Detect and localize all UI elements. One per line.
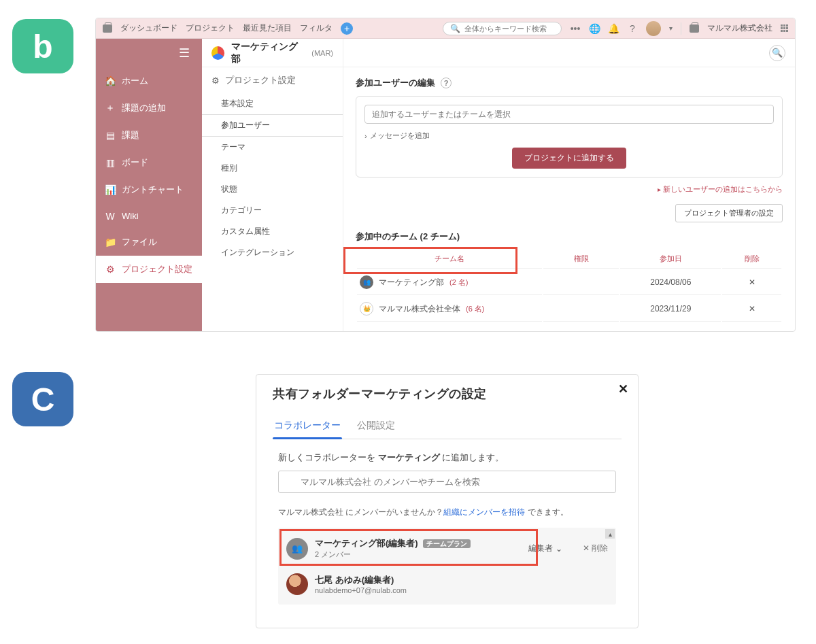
member-row: 👥 マーケティング部(編集者) チームプラン 2 メンバー 編集者⌄ ✕ 削除: [281, 530, 613, 566]
th-date: 参加日: [620, 250, 721, 269]
settings-item-category[interactable]: カテゴリー: [202, 200, 343, 221]
section-title: 参加ユーザーの編集 ?: [356, 77, 783, 89]
left-nav: ☰ 🏠ホーム ＋課題の追加 ▤課題 ▥ボード 📊ガントチャート WWiki 📁フ…: [96, 39, 202, 332]
user-avatar[interactable]: [646, 21, 661, 36]
member-sub: 2 メンバー: [315, 549, 522, 560]
team-cell[interactable]: 👑マルマル株式会社全体 (6 名): [360, 302, 539, 316]
table-row: 👥マーケティング部 (2 名) 2024/08/06 ✕: [357, 270, 781, 295]
tab-publish[interactable]: 公開設定: [356, 416, 396, 439]
topnav-filter[interactable]: フィルタ: [300, 22, 333, 34]
role-select[interactable]: 編集者⌄: [528, 543, 562, 554]
settings-item-status[interactable]: 状態: [202, 179, 343, 200]
org-name[interactable]: マルマル株式会社: [707, 22, 772, 34]
app-grid-icon[interactable]: [781, 24, 788, 32]
divider: [681, 22, 681, 35]
member-sub: nulabdemo+07@nulab.com: [315, 586, 608, 594]
delete-team-button[interactable]: ✕: [722, 296, 781, 322]
gear-icon: ⚙: [105, 265, 115, 274]
topnav-recent[interactable]: 最近見た項目: [243, 22, 292, 34]
bell-icon[interactable]: 🔔: [608, 23, 619, 34]
nav-board[interactable]: ▥ボード: [96, 149, 202, 176]
briefcase-icon[interactable]: [103, 24, 112, 33]
delete-team-button[interactable]: ✕: [722, 270, 781, 295]
help-icon[interactable]: ?: [627, 23, 638, 34]
nav-add-issue[interactable]: ＋課題の追加: [96, 95, 202, 122]
global-search[interactable]: 🔍: [443, 22, 562, 35]
member-row: 七尾 あゆみ(編集者) nulabdemo+07@nulab.com: [281, 566, 613, 602]
project-admin-button[interactable]: プロジェクト管理者の設定: [675, 204, 783, 222]
remove-member-button[interactable]: ✕ 削除: [583, 543, 608, 554]
global-search-input[interactable]: [464, 24, 558, 33]
list-icon: ▤: [105, 131, 115, 140]
wiki-icon: W: [105, 211, 115, 221]
team-avatar-icon: 👑: [360, 302, 373, 316]
avatar-caret-icon[interactable]: ▾: [669, 24, 673, 32]
settings-item-users[interactable]: 参加ユーザー: [202, 114, 343, 137]
chevron-right-icon: ›: [364, 132, 367, 140]
scroll-up-icon[interactable]: ▴: [605, 529, 615, 539]
nav-issues[interactable]: ▤課題: [96, 122, 202, 149]
nav-home[interactable]: 🏠ホーム: [96, 67, 202, 95]
topnav-dashboard[interactable]: ダッシュボード: [120, 22, 177, 34]
folder-icon: 📁: [105, 237, 115, 247]
app-backlog-window: ダッシュボード プロジェクト 最近見た項目 フィルタ + 🔍 ••• 🌐 🔔 ?…: [95, 18, 796, 332]
topbar: ダッシュボード プロジェクト 最近見た項目 フィルタ + 🔍 ••• 🌐 🔔 ?…: [96, 18, 795, 39]
settings-item-type[interactable]: 種別: [202, 158, 343, 179]
modal-title: 共有フォルダーマーケティングの設定: [273, 386, 622, 402]
settings-list: 基本設定 参加ユーザー テーマ 種別 状態 カテゴリー カスタム属性 インテグレ…: [202, 93, 343, 263]
chevron-down-icon: ⌄: [556, 544, 562, 554]
project-icon: [211, 46, 224, 60]
th-team: チーム名: [357, 250, 542, 269]
menu-toggle-icon[interactable]: ☰: [96, 39, 202, 67]
settings-item-basic[interactable]: 基本設定: [202, 93, 343, 114]
topnav-project[interactable]: プロジェクト: [186, 22, 235, 34]
plan-badge: チームプラン: [423, 539, 471, 548]
nav-gantt[interactable]: 📊ガントチャート: [96, 176, 202, 203]
project-header: マーケティング部 (MAR): [202, 39, 343, 67]
member-name: 七尾 あゆみ(編集者): [315, 574, 608, 586]
home-icon: 🏠: [105, 76, 115, 86]
th-perm: 権限: [543, 250, 619, 269]
main-content: 🔍 参加ユーザーの編集 ? ›メッセージを追加 プロジェクトに追加する 新しいユ…: [343, 39, 795, 332]
nav-wiki[interactable]: WWiki: [96, 203, 202, 228]
gear-icon: ⚙: [211, 75, 220, 86]
add-to-project-button[interactable]: プロジェクトに追加する: [512, 148, 626, 169]
team-avatar-icon: 👥: [360, 275, 373, 289]
settings-item-theme[interactable]: テーマ: [202, 137, 343, 158]
team-avatar-icon: 👥: [286, 538, 308, 560]
member-name: マーケティング部(編集者) チームプラン: [315, 537, 522, 549]
tab-collaborator[interactable]: コラボレーター: [273, 416, 342, 439]
member-list: ▴ 👥 マーケティング部(編集者) チームプラン 2 メンバー 編集者⌄ ✕ 削…: [278, 528, 616, 605]
settings-column: マーケティング部 (MAR) ⚙ プロジェクト設定 基本設定 参加ユーザー テー…: [202, 39, 343, 332]
invite-link[interactable]: 組織にメンバーを招待: [443, 507, 525, 517]
new-user-link[interactable]: 新しいユーザーの追加はこちらから: [356, 184, 783, 194]
search-icon: 🔍: [450, 24, 460, 33]
nav-project-settings[interactable]: ⚙プロジェクト設定: [96, 256, 202, 283]
teams-table: チーム名 権限 参加日 削除 👥マーケティング部 (2 名) 2024/08/0…: [356, 248, 783, 323]
settings-item-integration[interactable]: インテグレーション: [202, 242, 343, 263]
teams-header: 参加中のチーム (2 チーム): [356, 231, 783, 243]
search-in-project-icon[interactable]: 🔍: [769, 45, 785, 61]
more-icon[interactable]: •••: [570, 23, 581, 34]
help-icon[interactable]: ?: [441, 78, 452, 88]
th-delete: 削除: [722, 250, 781, 269]
globe-icon[interactable]: 🌐: [589, 23, 600, 34]
settings-item-custom[interactable]: カスタム属性: [202, 221, 343, 242]
nav-file[interactable]: 📁ファイル: [96, 228, 202, 256]
add-plus-button[interactable]: +: [341, 22, 353, 35]
project-title: マーケティング部: [231, 41, 305, 65]
add-user-input[interactable]: [364, 105, 774, 124]
plus-icon: ＋: [105, 103, 115, 113]
sub-header: 🔍: [343, 39, 795, 67]
marker-badge-c: C: [12, 372, 73, 426]
gantt-icon: 📊: [105, 185, 115, 194]
collab-search-input[interactable]: [278, 471, 616, 493]
marker-badge-b: b: [12, 19, 73, 73]
app-cacoo-modal: ✕ 共有フォルダーマーケティングの設定 コラボレーター 公開設定 新しくコラボレ…: [256, 374, 639, 628]
close-button[interactable]: ✕: [618, 382, 628, 396]
add-message-link[interactable]: ›メッセージを追加: [364, 131, 774, 141]
team-cell[interactable]: 👥マーケティング部 (2 名): [360, 275, 539, 289]
user-avatar-icon: [286, 573, 308, 595]
project-code: (MAR): [311, 49, 333, 57]
org-briefcase-icon: [690, 24, 699, 33]
